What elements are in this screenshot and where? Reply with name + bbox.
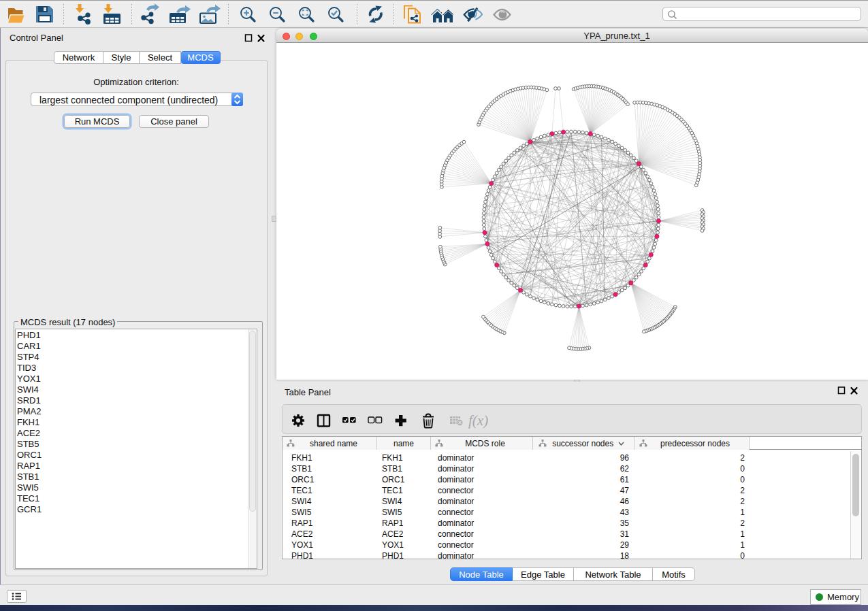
svg-text:f(x): f(x)	[468, 412, 488, 429]
